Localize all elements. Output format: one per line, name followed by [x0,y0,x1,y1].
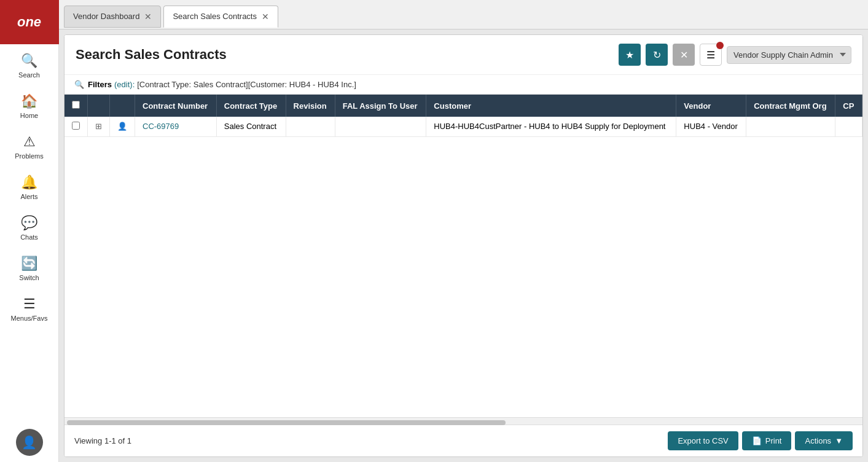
contract-mgmt-org-cell [746,117,835,137]
refresh-button[interactable]: ↻ [646,44,668,66]
role-select[interactable]: Vendor Supply Chain Admin [727,46,851,64]
export-csv-button[interactable]: Export to CSV [668,431,738,450]
table-footer: Viewing 1-1 of 1 Export to CSV 📄 Print A… [65,425,862,456]
col-revision: Revision [286,95,335,117]
contracts-table: Contract Number Contract Type Revision F… [65,95,862,137]
table-row: ⊞ 👤 CC-69769 Sales Contract HUB4-HUB4Cus… [65,117,862,137]
filter-text: [Contract Type: Sales Contract][Customer… [137,80,356,89]
row-user-cell: 👤 [110,117,135,137]
page-header: Search Sales Contracts ★ ↻ ✕ ☰ Vendor Su… [65,35,862,75]
contract-number-link[interactable]: CC-69769 [143,122,179,131]
table-wrapper: Contract Number Contract Type Revision F… [65,95,862,417]
viewing-text: Viewing 1-1 of 1 [74,436,131,445]
customer-cell: HUB4-HUB4CustPartner - HUB4 to HUB4 Supp… [426,117,676,137]
actions-button[interactable]: Actions ▼ [795,431,853,450]
close-button[interactable]: ✕ [673,44,695,66]
menu-button[interactable]: ☰ [700,44,722,66]
col-user [110,95,135,117]
vendor-cell: HUB4 - Vendor [676,117,746,137]
close-tab-vendor-dashboard[interactable]: ✕ [144,12,152,22]
switch-icon: 🔄 [21,256,37,272]
bell-icon: 🔔 [21,174,37,190]
sidebar-item-alerts[interactable]: 🔔 Alerts [0,166,58,206]
content-area: Search Sales Contracts ★ ↻ ✕ ☰ Vendor Su… [64,34,863,457]
sidebar-item-search[interactable]: 🔍 Search [0,44,58,85]
filter-edit-link[interactable]: (edit): [114,80,135,89]
col-expand [88,95,110,117]
avatar-icon: 👤 [22,435,37,450]
sidebar: one 🔍 Search 🏠 Home ⚠ Problems 🔔 Alerts … [0,0,59,462]
revision-cell [286,117,335,137]
footer-buttons: Export to CSV 📄 Print Actions ▼ [668,431,853,450]
scrollbar-thumb [67,420,506,425]
tab-bar: Vendor Dashboard ✕ Search Sales Contract… [59,0,868,29]
notification-badge [716,42,724,49]
app-logo[interactable]: one [0,0,59,44]
cp-cell [835,117,862,137]
col-cp: CP [835,95,862,117]
row-checkbox-cell[interactable] [65,117,88,137]
close-tab-search-sales-contracts[interactable]: ✕ [262,12,269,22]
main-content: Vendor Dashboard ✕ Search Sales Contract… [59,0,868,462]
home-icon: 🏠 [21,93,37,109]
col-customer: Customer [426,95,676,117]
favorite-button[interactable]: ★ [619,44,641,66]
select-all-checkbox[interactable] [72,101,80,109]
col-contract-mgmt-org: Contract Mgmt Org [746,95,835,117]
search-icon: 🔍 [21,53,37,69]
col-contract-type: Contract Type [216,95,286,117]
filter-bar: 🔍 Filters (edit): [Contract Type: Sales … [65,75,862,95]
filter-label: Filters [88,80,112,89]
filter-icon: 🔍 [74,80,84,89]
warning-icon: ⚠ [23,134,36,150]
horizontal-scrollbar[interactable] [65,417,862,425]
row-expand-cell[interactable]: ⊞ [88,117,110,137]
contract-type-cell: Sales Contract [216,117,286,137]
fal-assign-cell [335,117,426,137]
sidebar-item-menus[interactable]: ☰ Menus/Favs [0,288,58,328]
sidebar-item-switch[interactable]: 🔄 Switch [0,247,58,288]
page-title: Search Sales Contracts [76,47,619,63]
col-vendor: Vendor [676,95,746,117]
sidebar-item-chats[interactable]: 💬 Chats [0,206,58,247]
tab-search-sales-contracts[interactable]: Search Sales Contracts ✕ [163,6,278,28]
user-avatar[interactable]: 👤 [16,429,43,456]
menu-icon: ☰ [23,296,36,312]
actions-chevron-icon: ▼ [835,436,843,445]
row-checkbox[interactable] [72,122,80,130]
print-icon: 📄 [752,436,762,445]
sidebar-item-home[interactable]: 🏠 Home [0,85,58,125]
col-select [65,95,88,117]
sidebar-item-problems[interactable]: ⚠ Problems [0,125,58,166]
chat-icon: 💬 [21,215,37,231]
col-contract-number: Contract Number [135,95,217,117]
col-fal-assign: FAL Assign To User [335,95,426,117]
contract-number-cell: CC-69769 [135,117,217,137]
print-button[interactable]: 📄 Print [742,431,792,450]
tab-vendor-dashboard[interactable]: Vendor Dashboard ✕ [64,6,161,28]
header-actions: ★ ↻ ✕ ☰ Vendor Supply Chain Admin [619,44,851,66]
